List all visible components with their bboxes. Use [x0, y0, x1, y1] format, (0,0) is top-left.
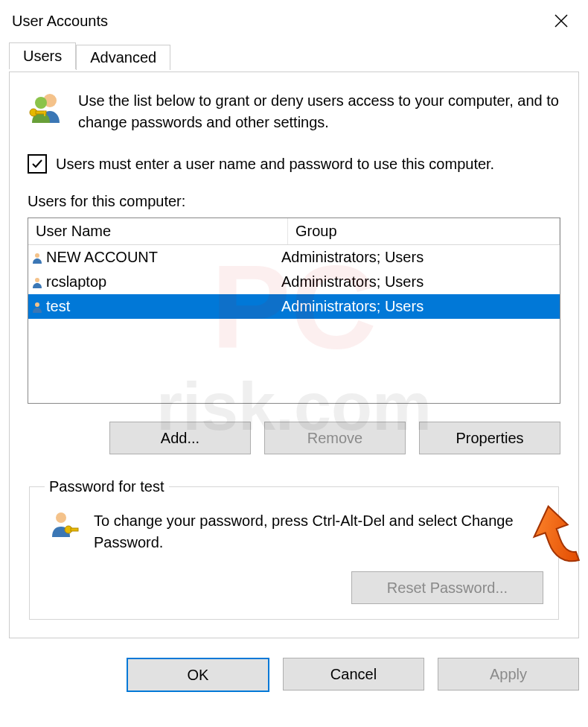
- cell-group: Administrators; Users: [274, 273, 560, 291]
- properties-button[interactable]: Properties: [419, 422, 560, 454]
- list-row[interactable]: NEW ACCOUNT Administrators; Users: [28, 245, 560, 270]
- password-legend: Password for test: [45, 478, 169, 495]
- list-row-selected[interactable]: test Administrators; Users: [28, 294, 560, 319]
- svg-rect-6: [44, 111, 45, 116]
- tab-strip: UsersAdvanced: [9, 42, 579, 72]
- cell-group: Administrators; Users: [274, 249, 560, 266]
- intro-text: Use the list below to grant or deny user…: [78, 90, 560, 133]
- user-icon: [31, 252, 43, 264]
- close-icon: [555, 14, 568, 28]
- user-icon: [31, 276, 43, 288]
- users-key-icon: [28, 90, 63, 126]
- tab-users[interactable]: Users: [9, 42, 76, 69]
- window-title: User Accounts: [12, 13, 108, 30]
- apply-button[interactable]: Apply: [438, 658, 579, 691]
- add-button[interactable]: Add...: [109, 422, 251, 454]
- users-list[interactable]: User Name Group NEW ACCOUNT Administrato…: [28, 218, 560, 404]
- ok-button[interactable]: OK: [127, 658, 269, 692]
- password-text: To change your password, press Ctrl-Alt-…: [94, 510, 543, 553]
- remove-button[interactable]: Remove: [264, 422, 406, 454]
- svg-point-10: [56, 512, 66, 523]
- svg-point-9: [35, 302, 39, 307]
- svg-point-7: [35, 253, 39, 258]
- cell-username: NEW ACCOUNT: [46, 249, 274, 266]
- title-bar: User Accounts: [0, 0, 588, 42]
- tab-panel-users: PC risk.com Use the list below to grant …: [9, 72, 579, 638]
- checkbox-label: Users must enter a user name and passwor…: [56, 156, 494, 173]
- user-key-icon: [49, 510, 79, 540]
- cell-group: Administrators; Users: [274, 298, 560, 315]
- dialog-footer: OK Cancel Apply: [0, 647, 588, 707]
- list-buttons: Add... Remove Properties: [28, 422, 560, 454]
- svg-point-8: [35, 278, 39, 282]
- column-group[interactable]: Group: [288, 218, 560, 244]
- checkbox-require-login[interactable]: [28, 154, 47, 174]
- cell-username: test: [46, 298, 274, 315]
- close-button[interactable]: [540, 3, 582, 39]
- list-row[interactable]: rcslaptop Administrators; Users: [28, 270, 560, 294]
- svg-point-3: [35, 97, 47, 109]
- reset-password-button[interactable]: Reset Password...: [351, 571, 543, 604]
- user-icon: [31, 301, 43, 313]
- cell-username: rcslaptop: [46, 273, 274, 291]
- password-group: Password for test To change your passwor…: [29, 478, 559, 620]
- column-username[interactable]: User Name: [28, 218, 288, 244]
- users-list-label: Users for this computer:: [28, 193, 560, 210]
- svg-rect-12: [71, 528, 78, 531]
- intro-row: Use the list below to grant or deny user…: [28, 90, 560, 133]
- tab-advanced[interactable]: Advanced: [76, 45, 170, 70]
- list-header[interactable]: User Name Group: [28, 218, 560, 245]
- checkbox-row[interactable]: Users must enter a user name and passwor…: [28, 154, 560, 174]
- check-icon: [31, 158, 43, 170]
- cancel-button[interactable]: Cancel: [283, 658, 424, 691]
